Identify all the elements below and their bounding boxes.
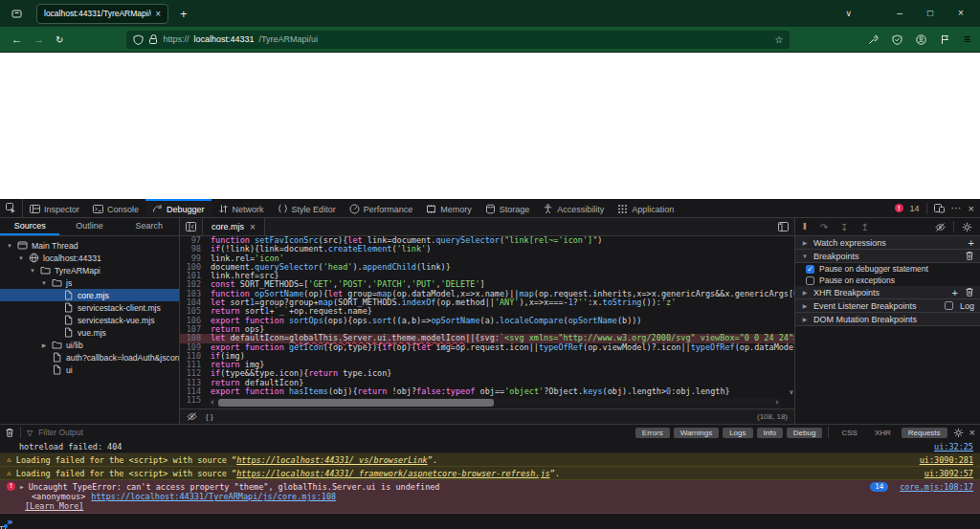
twisty-right-icon[interactable]: ▶ [801, 239, 809, 246]
responsive-design-icon[interactable] [934, 203, 945, 213]
url-bar[interactable]: https://localhost:44331/TyreARMapi/ui ☆ [126, 31, 790, 49]
bookmark-star-icon[interactable]: ☆ [774, 34, 783, 45]
section-xhr-breakpoints[interactable]: ▶XHR Breakpoints+ [795, 286, 980, 299]
trash-icon[interactable] [965, 251, 974, 261]
wrench-icon[interactable] [868, 34, 879, 45]
step-in-icon[interactable]: ↧ [840, 222, 848, 232]
add-icon[interactable]: + [969, 238, 974, 248]
source-location-link[interactable]: ui:32:25 [934, 442, 973, 452]
new-tab-button[interactable]: + [180, 7, 188, 21]
gear-icon[interactable] [962, 222, 972, 232]
line-number[interactable]: 115 [180, 396, 206, 405]
devtools-tab-console[interactable]: Console [86, 199, 145, 217]
filter-errors-button[interactable]: Errors [635, 428, 670, 438]
tab-list-chevron-icon[interactable]: ∨ [845, 9, 852, 18]
ignore-eye-slash-icon[interactable] [935, 222, 946, 232]
lock-icon[interactable] [148, 34, 158, 45]
horizontal-scrollbar[interactable]: ‹ › [209, 398, 781, 408]
step-out-icon[interactable]: ↥ [861, 222, 869, 232]
flag-icon[interactable] [940, 34, 950, 45]
tree-item-servicestack-client-mjs[interactable]: servicestack-client.mjs [0, 301, 179, 314]
devtools-close-icon[interactable]: × [969, 203, 974, 214]
source-location-link[interactable]: core.mjs:108:17 [900, 482, 973, 492]
code-line-110[interactable]: 110if(img) [180, 352, 794, 361]
stack-frame-link[interactable]: https://localhost:44331/TyreARMapi/js/co… [91, 492, 336, 501]
filter-css-button[interactable]: CSS [835, 428, 863, 438]
tree-item-ui-lib[interactable]: ▶ui/lib [0, 339, 179, 351]
close-button[interactable]: × [946, 0, 976, 27]
twisty-down-icon[interactable]: ▼ [6, 243, 13, 249]
twisty-right-icon[interactable]: ▶ [801, 289, 809, 296]
forward-button[interactable]: → [33, 33, 44, 45]
devtools-tab-style-editor[interactable]: Style Editor [271, 199, 343, 217]
tree-item-js[interactable]: ▼js [0, 276, 179, 289]
add-icon[interactable]: + [952, 288, 958, 298]
filter-xhr-button[interactable]: XHR [868, 428, 898, 438]
account-icon[interactable] [916, 34, 926, 45]
option-pause-on-debugger-statement[interactable]: ✓Pause on debugger statement [795, 263, 980, 275]
scroll-down-icon[interactable]: ∨ [790, 388, 793, 397]
menu-icon[interactable]: ≡ [964, 33, 970, 46]
tree-item-core-mjs[interactable]: core.mjs [0, 289, 179, 301]
shield-check-icon[interactable] [892, 34, 902, 45]
vertical-scrollbar[interactable]: ∨ [786, 236, 794, 397]
tab-outline[interactable]: Outline [59, 218, 119, 235]
devtools-tab-inspector[interactable]: Inspector [23, 199, 86, 217]
section-event-listener-breakpoints[interactable]: ▶Event Listener BreakpointsLog [795, 299, 980, 313]
learn-more-link[interactable]: [Learn More] [7, 501, 973, 511]
pick-element-icon[interactable] [0, 199, 23, 217]
firefox-view-icon[interactable] [11, 9, 22, 19]
twisty-down-icon[interactable]: ▼ [29, 268, 36, 274]
tab-search[interactable]: Search [120, 218, 179, 235]
filter-output-input[interactable] [38, 428, 630, 437]
tree-item-servicestack-vue-mjs[interactable]: servicestack-vue.mjs [0, 314, 179, 326]
trash-icon[interactable] [5, 428, 14, 438]
tab-sources[interactable]: Sources [0, 218, 59, 235]
pause-icon[interactable]: ‖ [803, 222, 808, 231]
blackbox-eye-slash-icon[interactable] [187, 411, 197, 422]
twisty-down-icon[interactable]: ▼ [40, 280, 48, 286]
minimize-button[interactable]: – [884, 0, 915, 27]
twisty-right-icon[interactable]: ▶ [40, 342, 48, 348]
devtools-tab-storage[interactable]: Storage [479, 199, 537, 217]
tree-item-ui[interactable]: ui [0, 364, 179, 376]
twisty-down-icon[interactable]: ▼ [801, 253, 809, 259]
log-checkbox[interactable] [945, 301, 953, 310]
meatball-menu-icon[interactable]: ⋯ [951, 202, 962, 214]
tree-item-auth-callback-loadauth-jsconfig-eccn[interactable]: auth?callback=loadAuth&jsconfig=eccn [0, 351, 179, 364]
devtools-tab-debugger[interactable]: Debugger [145, 199, 212, 217]
filter-warnings-button[interactable]: Warnings [674, 428, 720, 438]
refresh-button[interactable]: ↻ [56, 34, 63, 45]
checkbox[interactable]: ✓ [806, 265, 814, 274]
tree-item-localhost-44331[interactable]: ▼localhost:44331 [0, 252, 179, 264]
devtools-tab-application[interactable]: Application [611, 199, 680, 217]
filter-logs-button[interactable]: Logs [723, 428, 752, 438]
console-close-icon[interactable]: × [969, 427, 975, 438]
option-pause-on-exceptions[interactable]: Pause on exceptions [795, 275, 980, 286]
script-source-link[interactable]: https://localhost:44331/_vs/browserLink [236, 455, 428, 465]
trash-icon[interactable] [965, 287, 974, 298]
code-line-106[interactable]: 106export function sortOps(ops){ops.sort… [180, 317, 794, 325]
filter-info-button[interactable]: Info [757, 428, 783, 438]
maximize-button[interactable]: □ [915, 0, 946, 27]
scrollbar-thumb[interactable] [218, 399, 494, 407]
scroll-left-icon[interactable]: ‹ [209, 398, 216, 407]
script-source-link[interactable]: https://localhost:44331/_framework/aspne… [236, 469, 550, 478]
expand-arrow-icon[interactable]: ▶ [20, 482, 24, 492]
collapse-sources-icon[interactable] [180, 218, 203, 235]
tab-close-icon[interactable]: × [155, 9, 161, 19]
devtools-tab-network[interactable]: Network [212, 199, 271, 217]
pane-toggle-icon[interactable] [772, 222, 794, 232]
tree-item-vue-mjs[interactable]: vue.mjs [0, 326, 179, 339]
step-over-icon[interactable]: ↷ [820, 222, 828, 232]
devtools-tab-performance[interactable]: Performance [343, 199, 420, 217]
error-badge-icon[interactable]: ! [895, 204, 903, 212]
source-location-link[interactable]: ui:3090:281 [920, 455, 973, 465]
devtools-tab-memory[interactable]: Memory [419, 199, 479, 217]
console-gear-icon[interactable] [953, 428, 964, 438]
twisty-right-icon[interactable]: ▶ [801, 302, 809, 309]
tree-item-main-thread[interactable]: ▼Main Thread [0, 239, 179, 252]
code-line-109[interactable]: 109export function getIcon({op,type}){if… [180, 343, 794, 352]
devtools-tab-accessibility[interactable]: Accessibility [536, 199, 611, 217]
twisty-down-icon[interactable]: ▼ [17, 255, 25, 261]
